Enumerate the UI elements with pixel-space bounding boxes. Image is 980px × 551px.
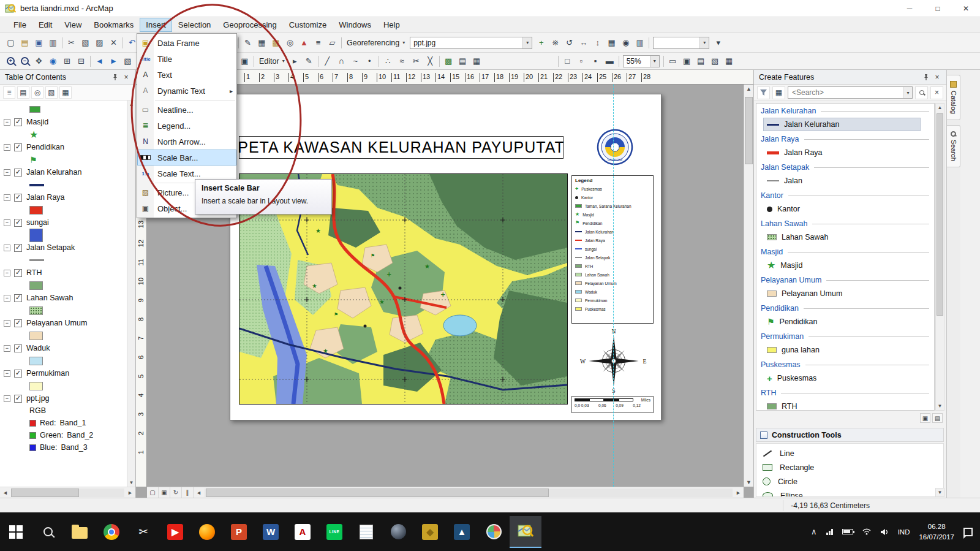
cf-group-jalan-kelurahan[interactable]: Jalan Kelurahan	[756, 105, 934, 117]
cf-group-puskesmas[interactable]: Puskesmas	[756, 359, 934, 371]
delete-button[interactable]: ✕	[107, 36, 121, 50]
maximize-button[interactable]: □	[924, 0, 952, 17]
powerpoint-icon[interactable]: P	[223, 516, 255, 548]
toc-layer-waduk[interactable]: −Waduk	[4, 342, 127, 354]
menu-bookmarks[interactable]: Bookmarks	[88, 18, 140, 32]
collapse-icon[interactable]: −	[4, 119, 10, 126]
layer-visibility-checkbox[interactable]	[14, 143, 22, 151]
trace-button[interactable]: ~	[349, 55, 363, 68]
cf-template-pelayanan-umum[interactable]: Pelayanan Umum	[763, 287, 921, 300]
change-layout-button[interactable]: ▦	[722, 55, 736, 68]
edit-tool-button[interactable]: ▸	[288, 55, 302, 68]
paint-icon[interactable]	[478, 516, 510, 548]
collapse-icon[interactable]: −	[4, 270, 10, 276]
fixed-zoom-in-button[interactable]: ⊞	[60, 55, 74, 68]
toc-layer-sungai[interactable]: −sungai	[4, 216, 127, 229]
menu-edit[interactable]: Edit	[32, 18, 58, 32]
toc-close-icon[interactable]: ×	[121, 72, 132, 83]
organize-templates-icon[interactable]: ▦	[772, 86, 785, 99]
cf-template-lahan-sawah[interactable]: Lahan Sawah	[763, 230, 921, 244]
cf-close-icon[interactable]: ×	[932, 72, 943, 83]
point-button[interactable]: •	[363, 55, 377, 68]
cf-group-pendidikan[interactable]: Pendidikan	[756, 302, 934, 314]
endpoint-arc-button[interactable]: ∩	[334, 55, 349, 68]
cut-button[interactable]: ✂	[64, 36, 78, 50]
layer-visibility-checkbox[interactable]	[14, 370, 22, 378]
add-control-points-button[interactable]: +	[534, 36, 548, 50]
toc-layer-lahan-sawah[interactable]: −Lahan Sawah	[4, 292, 127, 304]
paste-button[interactable]: ▨	[92, 36, 107, 50]
toc-layer-pelayanan-umum[interactable]: −Pelayanan Umum	[4, 317, 127, 329]
layer-visibility-checkbox[interactable]	[14, 244, 22, 252]
select-features-button[interactable]: ▧	[121, 55, 135, 68]
acrobat-reader-icon[interactable]: A	[287, 516, 318, 548]
menu-customize[interactable]: Customize	[283, 18, 333, 32]
layer-symbol-row[interactable]	[4, 329, 127, 342]
new-map-button[interactable]: ▢	[4, 36, 18, 50]
sketch-properties-button[interactable]: ▦	[470, 55, 484, 68]
file-explorer-icon[interactable]	[64, 516, 96, 548]
language-indicator[interactable]: IND	[898, 528, 910, 536]
pan-tool[interactable]: ✥	[32, 55, 46, 68]
layer-visibility-checkbox[interactable]	[14, 319, 22, 327]
histogram-button[interactable]: ▥	[633, 36, 647, 50]
wifi-icon[interactable]	[862, 528, 871, 535]
georeferencing-layer-combo[interactable]: ppt.jpg▾	[410, 37, 532, 49]
layer-symbol-row[interactable]	[4, 254, 127, 267]
layer-visibility-checkbox[interactable]	[14, 294, 22, 302]
snipping-tool-icon[interactable]: ✂	[127, 516, 159, 548]
full-extent-button[interactable]: ◉	[46, 55, 60, 68]
edit-vertices-button[interactable]: ∴	[381, 55, 395, 68]
construction-tool-circle[interactable]: Circle	[763, 474, 943, 488]
menu-file[interactable]: File	[7, 18, 32, 32]
snapping-edge-button[interactable]: ▬	[603, 55, 617, 68]
notes-icon[interactable]	[350, 516, 382, 548]
menu-windows[interactable]: Windows	[333, 18, 377, 32]
map-vertical-scrollbar[interactable]: ▲▼	[744, 85, 753, 487]
youtube-icon[interactable]: ▶	[159, 516, 191, 548]
collapse-icon[interactable]: −	[4, 320, 10, 327]
table-of-contents-button[interactable]: ▦	[255, 36, 269, 50]
insert-menu-item-neatline[interactable]: ▭Neatline...	[137, 102, 236, 118]
toc-layer-jalan-setapak[interactable]: −Jalan Setapak	[4, 241, 127, 254]
toc-options-button[interactable]: ▦	[59, 86, 72, 99]
refresh-view-button[interactable]: ↻	[170, 487, 182, 498]
layer-symbol-row[interactable]	[4, 279, 127, 292]
layer-symbol-row[interactable]: ⚑	[4, 153, 127, 166]
close-button[interactable]: ✕	[952, 0, 980, 17]
insert-menu-item-dynamic-text[interactable]: ADynamic Text▸	[137, 83, 236, 99]
cf-vertical-scrollbar[interactable]: ▲▼	[935, 103, 944, 411]
cf-template-masjid[interactable]: ★Masjid	[763, 259, 921, 272]
zoom-whole-page-button[interactable]: ▭	[666, 55, 680, 68]
map-title-text[interactable]: PETA KAWASAN KELURAHAN PAYUPUTAT	[239, 136, 564, 159]
layer-symbol-row[interactable]	[4, 379, 127, 392]
speaker-icon[interactable]	[880, 528, 889, 536]
north-arrow-compass[interactable]: N E S W	[578, 329, 650, 393]
search-window-button[interactable]: ◎	[283, 36, 297, 50]
chevron-down-icon[interactable]: ▾	[522, 37, 532, 48]
cf-group-pelayanan-umum[interactable]: Pelayanan Umum	[756, 274, 934, 286]
georeferencing-dropdown[interactable]: Georeferencing▾	[344, 37, 408, 48]
collapse-icon[interactable]: −	[4, 370, 10, 377]
construction-tool-rectangle[interactable]: Rectangle	[763, 460, 943, 474]
cf-template-jalan-kelurahan[interactable]: Jalan Kelurahan	[763, 118, 921, 131]
open-button[interactable]: ▤	[18, 36, 32, 50]
list-by-drawing-order-button[interactable]: ≡	[3, 86, 15, 99]
toc-layer-pendidikan[interactable]: −Pendidikan	[4, 141, 127, 153]
zoom-100-button[interactable]: ▣	[680, 55, 694, 68]
clear-search-icon[interactable]: ×	[930, 86, 943, 99]
gold-app-icon[interactable]: ◆	[414, 516, 446, 548]
snapping-point-button[interactable]: □	[560, 55, 575, 68]
zoom-out-tool[interactable]: −	[18, 55, 32, 68]
battery-icon[interactable]	[842, 529, 853, 534]
layer-visibility-checkbox[interactable]	[14, 269, 22, 277]
ct-scroll-down-icon[interactable]: ▼	[935, 488, 944, 497]
firefox-icon[interactable]	[191, 516, 223, 548]
cf-template-pendidikan[interactable]: ⚑Pendidikan	[763, 315, 921, 329]
model-builder-button[interactable]: ▱	[325, 36, 339, 50]
insert-menu-item-data-frame[interactable]: ▣Data Frame	[137, 35, 236, 51]
start-button[interactable]	[0, 516, 32, 548]
toggle-draft-mode-button[interactable]: ▤	[694, 55, 708, 68]
chevron-down-icon[interactable]: ▾	[650, 56, 659, 67]
catalog-tab[interactable]: Catalog	[947, 75, 960, 120]
